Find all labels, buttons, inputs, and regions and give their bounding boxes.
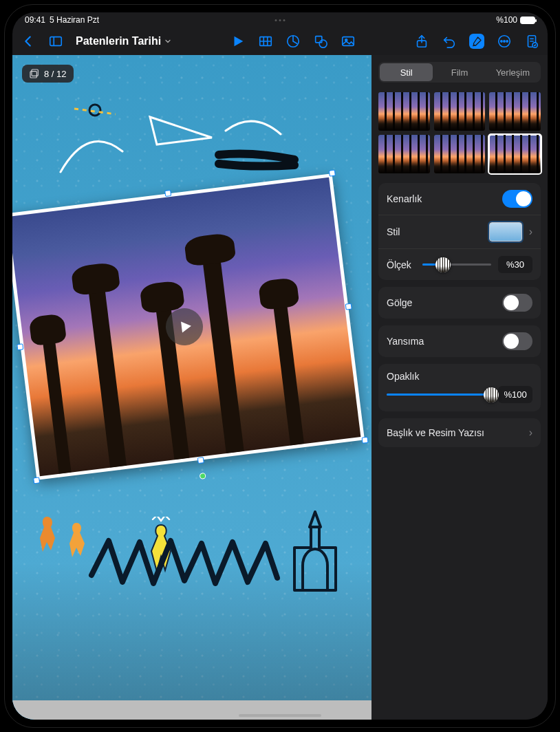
border-scale-value[interactable]: %30 xyxy=(498,256,532,273)
opacity-section: Opaklık %100 xyxy=(378,364,541,411)
slide-canvas[interactable]: 8 / 12 xyxy=(12,55,371,720)
border-label: Kenarlık xyxy=(387,193,422,204)
document-title-text: Patenlerin Tarihi xyxy=(76,35,161,47)
style-preset-2[interactable] xyxy=(434,92,486,131)
border-style-row[interactable]: Stil › xyxy=(378,215,541,248)
style-preset-4[interactable] xyxy=(378,135,430,173)
svg-point-9 xyxy=(319,40,327,47)
status-time: 09:41 xyxy=(25,15,45,25)
chevron-right-icon: › xyxy=(529,226,532,238)
shadow-toggle[interactable] xyxy=(502,294,532,312)
svg-rect-10 xyxy=(343,37,354,46)
multitask-dots[interactable] xyxy=(275,19,286,21)
document-settings-button[interactable] xyxy=(524,34,539,49)
caption-section: Başlık ve Resim Yazısı › xyxy=(378,418,541,447)
svg-point-14 xyxy=(501,41,502,42)
format-brush-button[interactable] xyxy=(469,34,484,49)
slides-stack-icon xyxy=(29,68,40,79)
doodle-church xyxy=(267,506,356,596)
format-inspector: Stil Film Yerleşim Kenarlık xyxy=(371,55,548,720)
border-style-swatch xyxy=(489,222,522,241)
caption-label: Başlık ve Resim Yazısı xyxy=(387,427,484,438)
resize-handle-t[interactable] xyxy=(164,190,171,197)
document-title[interactable]: Patenlerin Tarihi xyxy=(76,35,172,47)
video-object[interactable] xyxy=(12,173,365,480)
opacity-slider[interactable] xyxy=(387,394,491,396)
slide-counter[interactable]: 8 / 12 xyxy=(22,65,74,83)
battery-pct: %100 xyxy=(496,15,517,25)
sidebar-toggle-icon[interactable] xyxy=(48,34,63,49)
border-section: Kenarlık Stil › Ölçek xyxy=(378,183,541,280)
resize-handle-tr[interactable] xyxy=(329,170,336,177)
battery-icon xyxy=(520,17,535,24)
tab-style-label: Stil xyxy=(400,67,413,78)
doodle-zigzag xyxy=(88,534,281,596)
border-scale-label: Ölçek xyxy=(387,259,416,270)
svg-rect-0 xyxy=(50,37,62,46)
tab-style[interactable]: Stil xyxy=(380,63,433,81)
style-preset-grid xyxy=(378,92,541,173)
slide-counter-text: 8 / 12 xyxy=(44,69,67,79)
svg-point-15 xyxy=(504,41,505,42)
style-preset-3[interactable] xyxy=(489,92,541,131)
border-style-label: Stil xyxy=(387,226,400,237)
shadow-label: Gölge xyxy=(387,297,412,308)
svg-point-16 xyxy=(506,41,508,42)
tab-movie-label: Film xyxy=(451,67,469,78)
home-indicator[interactable] xyxy=(239,714,321,717)
border-toggle[interactable] xyxy=(502,190,532,208)
border-scale-slider[interactable] xyxy=(422,263,491,266)
resize-handle-b[interactable] xyxy=(197,457,204,464)
back-button[interactable] xyxy=(21,34,36,49)
opacity-label: Opaklık xyxy=(387,371,419,382)
reflection-label: Yansıma xyxy=(387,336,424,347)
play-presentation-button[interactable] xyxy=(230,34,246,49)
doodle-skater-orange-1 xyxy=(33,513,61,555)
shadow-section: Gölge xyxy=(378,287,541,319)
svg-rect-8 xyxy=(316,36,322,43)
svg-marker-24 xyxy=(181,321,192,333)
doodle-top xyxy=(47,96,308,193)
caption-row[interactable]: Başlık ve Resim Yazısı › xyxy=(378,418,541,447)
app-toolbar: Patenlerin Tarihi xyxy=(12,28,548,55)
resize-handle-l[interactable] xyxy=(17,343,23,350)
insert-media-button[interactable] xyxy=(341,34,356,49)
status-date: 5 Haziran Pzt xyxy=(50,15,99,25)
doodle-skater-orange-2 xyxy=(64,520,89,560)
inspector-tabs: Stil Film Yerleşim xyxy=(378,62,541,83)
style-preset-5[interactable] xyxy=(434,135,486,173)
style-preset-1[interactable] xyxy=(378,92,430,131)
status-bar: 09:41 5 Haziran Pzt %100 xyxy=(12,12,548,28)
resize-handle-r[interactable] xyxy=(345,303,352,310)
opacity-value[interactable]: %100 xyxy=(498,386,532,403)
chevron-right-icon: › xyxy=(529,427,532,439)
svg-marker-2 xyxy=(235,36,244,47)
insert-chart-button[interactable] xyxy=(286,34,301,49)
chevron-down-icon xyxy=(164,37,172,45)
tab-movie[interactable]: Film xyxy=(433,63,486,81)
more-button[interactable] xyxy=(497,34,512,49)
video-preview xyxy=(12,177,360,476)
resize-handle-br[interactable] xyxy=(362,437,369,444)
share-button[interactable] xyxy=(414,34,429,49)
reflection-toggle[interactable] xyxy=(502,332,532,350)
reflection-section: Yansıma xyxy=(378,325,541,357)
insert-table-button[interactable] xyxy=(258,34,273,49)
undo-button[interactable] xyxy=(442,34,457,49)
border-scale-row: Ölçek %30 xyxy=(378,248,541,280)
insert-shape-button[interactable] xyxy=(313,34,328,49)
style-preset-6[interactable] xyxy=(489,135,541,173)
tab-arrange[interactable]: Yerleşim xyxy=(486,63,539,81)
resize-handle-bl[interactable] xyxy=(33,477,40,484)
tab-arrange-label: Yerleşim xyxy=(496,67,530,78)
